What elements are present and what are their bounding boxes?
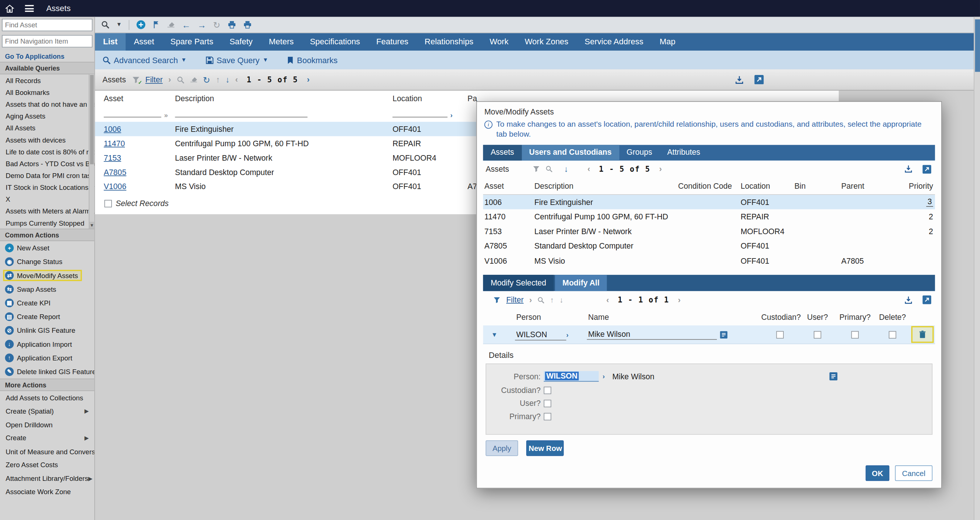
chevron-right-icon[interactable]: › [168, 76, 171, 84]
query-item[interactable]: Assets with devices [0, 134, 94, 146]
select-value-icon[interactable] [829, 373, 837, 381]
next-page-arrow-icon[interactable]: ↓ [226, 76, 229, 84]
go-to-person-icon[interactable]: › [602, 373, 605, 380]
hamburger-menu-icon[interactable] [21, 5, 38, 12]
tab-list[interactable]: List [95, 33, 126, 51]
previous-page-icon[interactable]: ‹ [587, 165, 590, 173]
table-row[interactable]: 1006 Fire Extinguisher OFF401 3 [483, 195, 935, 210]
column-header[interactable]: Location [393, 94, 468, 103]
column-header[interactable]: Priority [903, 182, 935, 190]
tab-service-address[interactable]: Service Address [576, 33, 651, 51]
previous-page-icon[interactable]: ‹ [235, 76, 238, 84]
filter-icon[interactable] [493, 296, 500, 304]
column-header[interactable]: Description [175, 94, 393, 103]
tab-safety[interactable]: Safety [221, 33, 261, 51]
queries-scrollbar[interactable]: ▼ [89, 74, 94, 228]
ok-button[interactable]: OK [865, 465, 889, 481]
person-row[interactable]: ▼ WILSON› Mike Wilson [483, 326, 935, 344]
dialog-tab-users-and-custodians[interactable]: Users and Custodians [522, 145, 619, 160]
select-records-checkbox[interactable] [104, 200, 111, 207]
more-action-item[interactable]: Zero Asset Costs [0, 458, 94, 472]
query-item[interactable]: X [0, 193, 94, 205]
query-item[interactable]: Assets that do not have an associa... [0, 98, 94, 110]
nav-search-input[interactable] [2, 35, 92, 48]
asset-id-link[interactable]: 1006 [104, 124, 121, 133]
window-scrollbar-thumb[interactable] [975, 19, 980, 71]
save-query-menu[interactable]: Save Query ▼ [205, 55, 268, 65]
asset-filter-input[interactable] [104, 109, 161, 117]
go-to-applications-link[interactable]: Go To Applications [0, 49, 94, 62]
advanced-search-menu[interactable]: Advanced Search ▼ [102, 55, 187, 65]
delete-row-icon[interactable] [919, 331, 926, 339]
query-item[interactable]: Pumps Currently Stopped [0, 217, 94, 228]
apply-button[interactable]: Apply [485, 441, 518, 456]
column-header[interactable]: Parent [841, 182, 903, 190]
cancel-button[interactable]: Cancel [895, 465, 932, 481]
download-icon[interactable] [735, 75, 744, 84]
download-icon[interactable] [904, 165, 912, 173]
bookmark-flag-icon[interactable] [153, 21, 160, 29]
column-header[interactable]: Person [506, 313, 578, 322]
search-icon[interactable] [101, 21, 110, 29]
tab-modify-all[interactable]: Modify All [555, 275, 607, 292]
dialog-tab-groups[interactable]: Groups [619, 145, 660, 160]
custodian-checkbox[interactable] [544, 387, 551, 395]
new-record-icon[interactable] [136, 20, 146, 29]
tab-relationships[interactable]: Relationships [417, 33, 482, 51]
action-item[interactable]: +New Asset [0, 241, 94, 255]
search-rows-icon[interactable] [177, 76, 184, 83]
tab-spare-parts[interactable]: Spare Parts [162, 33, 221, 51]
action-item[interactable]: ▦Create KPI [0, 296, 94, 310]
search-rows-icon[interactable] [546, 166, 552, 173]
search-rows-icon[interactable] [538, 296, 545, 304]
asset-id-link[interactable]: A7805 [104, 168, 126, 176]
more-action-item[interactable]: Add Assets to Collections [0, 391, 94, 404]
select-value-icon[interactable] [720, 331, 727, 338]
user-checkbox[interactable] [544, 400, 551, 407]
query-item[interactable]: IT Stock in Stock Locations (non-St... [0, 181, 94, 193]
download-icon[interactable] [904, 296, 912, 304]
home-icon[interactable] [0, 4, 19, 13]
query-item[interactable]: Life to date cost is 80% of replace... [0, 146, 94, 157]
tab-map[interactable]: Map [651, 33, 684, 51]
description-filter-input[interactable] [175, 109, 308, 117]
row-expander-icon[interactable]: ▼ [483, 331, 506, 338]
dropdown-caret-icon[interactable]: ▼ [116, 22, 122, 27]
location-filter-input[interactable] [393, 109, 447, 117]
person-field[interactable]: WILSON [515, 330, 566, 341]
action-item[interactable]: ✎Delete linked GIS Feature [0, 365, 94, 379]
action-item[interactable]: ▤Create Report [0, 310, 94, 323]
people-filter-link[interactable]: Filter [506, 296, 523, 305]
previous-record-icon[interactable]: ← [182, 20, 191, 29]
name-field[interactable]: Mike Wilson [587, 330, 717, 340]
tab-features[interactable]: Features [368, 33, 417, 51]
query-item[interactable]: Aging Assets [0, 110, 94, 122]
next-page-icon[interactable]: › [659, 165, 662, 173]
next-record-icon[interactable]: → [197, 20, 206, 29]
action-item[interactable]: ⇆Swap Assets [0, 282, 94, 296]
more-action-item[interactable]: Open Drilldown [0, 418, 94, 431]
query-item[interactable]: Assets with Meters at Alarm Level [0, 205, 94, 217]
bookmarks-link[interactable]: Bookmarks [287, 55, 338, 65]
column-header[interactable]: Asset [104, 94, 175, 103]
expand-table-icon[interactable] [922, 296, 931, 305]
dialog-tab-attributes[interactable]: Attributes [660, 145, 708, 160]
queries-scrollbar-thumb[interactable] [90, 75, 94, 164]
filter-detail-icon[interactable]: » [164, 111, 168, 119]
more-action-item[interactable]: Create▶ [0, 431, 94, 445]
column-header[interactable]: Description [535, 182, 678, 190]
scroll-down-icon[interactable]: ▼ [89, 222, 95, 228]
query-item[interactable]: All Assets [0, 122, 94, 134]
person-field[interactable]: WILSON [544, 371, 599, 382]
tab-specifications[interactable]: Specifications [302, 33, 368, 51]
action-item[interactable]: ↑Application Export [0, 351, 94, 365]
table-row[interactable]: V1006 MS Visio OFF401 A7805 [483, 254, 935, 268]
refresh-icon[interactable]: ↻ [203, 75, 210, 84]
user-checkbox[interactable] [814, 331, 821, 338]
column-header[interactable]: Custodian? [761, 313, 799, 322]
query-item[interactable]: All Bookmarks [0, 86, 94, 98]
chevron-right-icon[interactable]: › [529, 296, 532, 304]
clear-changes-icon[interactable] [167, 21, 175, 29]
primary-checkbox[interactable] [544, 413, 551, 421]
more-action-item[interactable]: Unit of Measure and Conversion▶ [0, 445, 94, 458]
